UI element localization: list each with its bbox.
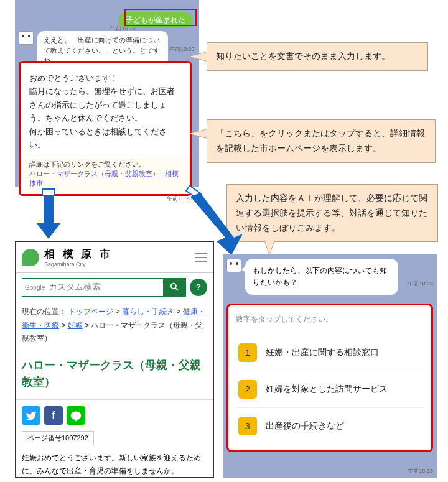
option-1[interactable]: 1 妊娠・出産に関する相談窓口 [236,335,424,371]
callout-text: 入力した内容をＡＩが理解して、必要に応じて関連する選択肢を提示する等、対話を通じ… [236,193,427,233]
svg-rect-0 [42,189,55,195]
highlight-user-input [124,9,197,26]
page-body-text: 妊娠おめでとうございます。新しい家族を迎えるために、みんなで出産・育児の準備をし… [16,452,213,478]
page-title: ハロー・マザークラス（母親・父親教室） [16,352,213,400]
breadcrumb-link[interactable]: 暮らし・手続き [122,307,174,316]
option-number: 3 [238,417,257,435]
search-row: Google カスタム検索 ? [16,273,213,302]
callout-link: 「こちら」をクリックまたはタップすると、詳細情報を記載した市ホームページを表示し… [207,119,436,163]
option-label: 妊婦を対象とした訪問サービス [266,384,388,395]
option-2[interactable]: 2 妊婦を対象とした訪問サービス [236,371,424,407]
city-logo-icon [22,249,39,266]
help-button[interactable]: ? [190,279,207,296]
link-label: 詳細は下記のリンクをご覧ください。 [29,160,181,169]
bot3-time: 午前10:23 [408,280,433,288]
svg-rect-1 [44,195,54,223]
search-input[interactable]: カスタム検索 [47,279,163,296]
city-name-en: Sagamihara City [44,261,195,267]
detail-link[interactable]: ハロー・マザークラス（母親・父親教室） | 相模原市 [29,169,181,188]
highlight-bot-reply: おめでとうございます！ 臨月になったら、無理をせずに、お医者さんの指示にしたがっ… [19,61,192,196]
breadcrumb-label: 現在の位置： [22,307,67,316]
breadcrumb: 現在の位置： トップページ > 暮らし・手続き > 健康・衛生・医療 > 妊娠 … [16,302,213,352]
callout-text: 知りたいことを文書でそのまま入力します。 [216,51,390,61]
search-button[interactable] [163,279,185,296]
bot-avatar-icon [226,259,241,272]
options-title: 数字をタップしてください。 [236,314,424,325]
twitter-icon[interactable] [22,406,40,425]
web-header: 相 模 原 市 Sagamihara City [16,242,213,273]
option-label: 妊娠・出産に関する相談窓口 [266,347,379,358]
svg-line-6 [175,287,178,290]
option-label: 出産後の手続きなど [266,420,344,432]
search-box[interactable]: Google カスタム検索 [22,278,186,297]
hamburger-icon[interactable] [195,251,207,264]
breadcrumb-link[interactable]: トップページ [68,307,113,316]
option-number: 1 [238,343,257,362]
option-number: 2 [238,380,257,399]
breadcrumb-link[interactable]: 妊娠 [68,321,83,330]
svg-point-5 [171,283,176,288]
bot-message-3: もしかしたら、以下の内容についても知りたいかも？ [226,259,398,295]
arrow-down-icon [36,189,61,242]
city-webpage: 相 模 原 市 Sagamihara City Google カスタム検索 ? … [15,241,214,478]
options-panel: 数字をタップしてください。 1 妊娠・出産に関する相談窓口 2 妊婦を対象とした… [226,304,433,452]
google-label: Google [22,284,47,291]
facebook-icon[interactable]: f [44,406,63,425]
social-row: f [16,400,213,431]
options-time: 午前10:23 [408,467,433,475]
chat-panel-top: 既読 午前10:23 子どもが産まれた ええと、「出産に向けての準備について教え… [15,0,199,187]
page-number: ページ番号1007292 [22,431,94,445]
callout-text: 「こちら」をクリックまたはタップすると、詳細情報を記載した市ホームページを表示し… [216,128,425,153]
bot-reply-body: おめでとうございます！ 臨月になったら、無理をせずに、お医者さんの指示にしたがっ… [21,63,190,157]
bot-reply-link-section: 詳細は下記のリンクをご覧ください。 ハロー・マザークラス（母親・父親教室） | … [21,157,190,194]
svg-marker-2 [36,223,61,239]
line-icon[interactable] [67,406,85,425]
callout-ai: 入力した内容をＡＩが理解して、必要に応じて関連する選択肢を提示する等、対話を通じ… [226,184,438,242]
city-name-jp: 相 模 原 市 [44,247,195,261]
bot-avatar-icon [19,31,34,45]
option-3[interactable]: 3 出産後の手続きなど [236,407,424,444]
city-name: 相 模 原 市 Sagamihara City [44,247,195,267]
chat-panel-right: もしかしたら、以下の内容についても知りたいかも？ 午前10:23 数字をタップし… [223,254,437,478]
bot-bubble-3: もしかしたら、以下の内容についても知りたいかも？ [245,259,398,295]
callout-input: 知りたいことを文書でそのまま入力します。 [207,42,428,71]
